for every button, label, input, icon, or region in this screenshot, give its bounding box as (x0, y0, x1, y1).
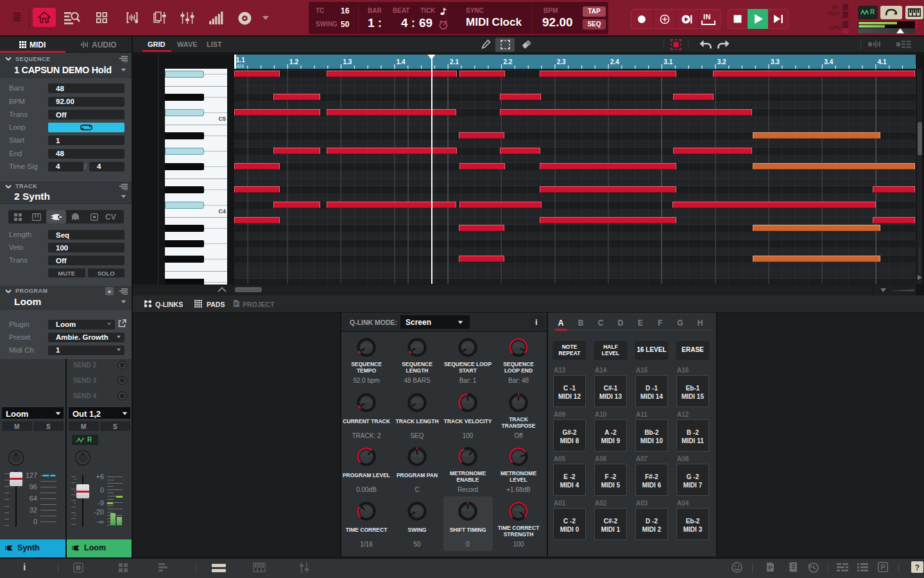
svg-text:P: P (768, 565, 772, 571)
svg-text:P: P (881, 563, 886, 571)
svg-text:P: P (235, 302, 238, 306)
